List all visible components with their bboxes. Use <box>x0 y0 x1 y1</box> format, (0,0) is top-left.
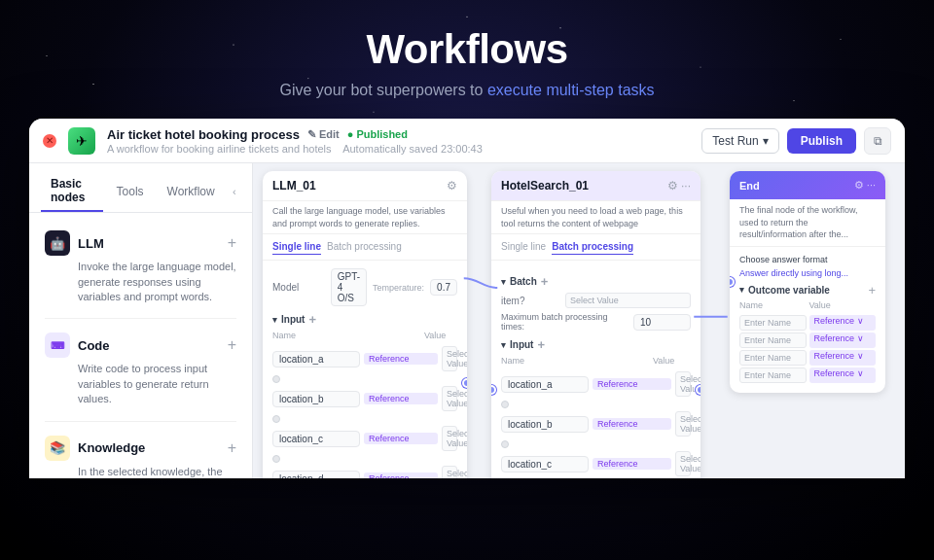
llm-input-row-d: location_d Reference Select Value <box>272 466 457 478</box>
hotel-output-port <box>696 385 700 395</box>
hotel-node-header: HotelSearch_01 ⚙ ··· <box>491 171 700 201</box>
hotel-input-row-c: location_c Reference Select Value <box>501 451 691 478</box>
dot-icon: ● <box>347 128 354 140</box>
llm-add-icon[interactable]: + <box>228 235 236 251</box>
llm-tab-batch[interactable]: Batch processing <box>327 239 402 255</box>
llm-desc: Invoke the large language model, generat… <box>45 260 236 304</box>
end-name1[interactable]: Enter Name <box>739 315 807 331</box>
app-icon: ✈ <box>68 127 95 155</box>
row-c-name: location_c <box>272 431 360 447</box>
row-b-value[interactable]: Select Value <box>442 386 457 411</box>
hotel-input-row-a: location_a Reference Select Value <box>501 371 691 408</box>
hotel-input-row-b: location_b Reference Select Value <box>501 411 691 448</box>
hotel-node-gear-icon[interactable]: ⚙ ··· <box>667 179 691 192</box>
llm-input-add[interactable]: + <box>308 312 316 327</box>
sidebar-item-knowledge[interactable]: 📚 Knowledge + In the selected knowledge,… <box>37 426 244 479</box>
sidebar-item-code[interactable]: ⌨ Code + Write code to process input var… <box>37 323 244 416</box>
workflow-canvas: LLM_01 ⚙ Call the large language model, … <box>253 163 905 478</box>
published-badge: ● Published <box>347 128 408 140</box>
llm-node-title: LLM_01 <box>272 179 316 192</box>
llm-input-header: Name Value <box>272 331 457 343</box>
hotel-node-content: Batch + item? Select Value Maximum batch… <box>491 261 700 478</box>
row-c-type: Reference <box>364 433 438 444</box>
end-node: End ⚙ ··· The final node of the workflow… <box>730 171 885 393</box>
llm-label: LLM <box>78 236 220 251</box>
end-outcome-add[interactable]: + <box>868 283 876 298</box>
end-format-value[interactable]: Answer directly using long... <box>739 268 876 278</box>
hotel-row-c-value[interactable]: Select Value <box>675 451 691 476</box>
hotel-batch-add[interactable]: + <box>541 274 549 289</box>
llm-node: LLM_01 ⚙ Call the large language model, … <box>263 171 467 478</box>
title-subtitle: A workflow for booking airline tickets a… <box>107 143 690 155</box>
hotel-row-a-value[interactable]: Select Value <box>675 371 691 397</box>
sidebar-item-code-header: ⌨ Code + <box>45 332 236 358</box>
llm-input-row-a: location_a Reference Select Value <box>272 346 457 383</box>
end-row3: Enter Name Reference ∨ <box>739 350 876 366</box>
edit-button[interactable]: ✎ Edit <box>307 128 340 141</box>
hero-section: Workflows Give your bot superpowers to e… <box>0 0 934 119</box>
sidebar: Basic nodes Tools Workflow ‹ 🤖 LLM + Inv… <box>29 163 253 478</box>
hotel-row-b-value[interactable]: Select Value <box>675 411 691 437</box>
tab-tools[interactable]: Tools <box>107 179 154 204</box>
code-add-icon[interactable]: + <box>228 337 236 353</box>
row-a-dot <box>272 375 280 383</box>
title-name-row: Air ticket hotel booking process ✎ Edit … <box>107 127 690 142</box>
app-window: ✕ ✈ Air ticket hotel booking process ✎ E… <box>29 119 905 478</box>
llm-input-row-c: location_c Reference Select Value <box>272 426 457 463</box>
tab-basic-nodes[interactable]: Basic nodes <box>41 171 103 212</box>
hotel-batch-row2: Maximum batch processing times: 10 <box>501 312 691 332</box>
llm-node-tabs: Single line Batch processing <box>263 234 467 261</box>
end-node-content: Choose answer format Answer directly usi… <box>730 247 885 393</box>
end-val3: Reference ∨ <box>809 350 877 366</box>
llm-model-row: Model GPT-4 O/S Temperature: 0.7 <box>272 268 457 306</box>
divider-1 <box>45 318 236 319</box>
sidebar-item-llm[interactable]: 🤖 LLM + Invoke the large language model,… <box>37 221 244 314</box>
type-col <box>353 331 421 340</box>
end-node-title: End <box>739 180 760 192</box>
knowledge-add-icon[interactable]: + <box>228 440 236 456</box>
end-node-desc: The final node of the workflow, used to … <box>730 199 885 247</box>
hotel-tab-single[interactable]: Single line <box>501 239 546 255</box>
llm-node-gear-icon[interactable]: ⚙ <box>447 179 457 192</box>
llm-temp-value[interactable]: 0.7 <box>430 279 457 296</box>
end-val2: Reference ∨ <box>809 332 877 348</box>
end-node-gear-icon[interactable]: ⚙ ··· <box>854 179 876 192</box>
sidebar-collapse-button[interactable]: ‹ <box>229 182 240 201</box>
end-format-label: Choose answer format <box>739 255 876 264</box>
llm-model-value[interactable]: GPT-4 O/S <box>331 268 367 306</box>
knowledge-desc: In the selected knowledge, the best matc… <box>45 465 236 479</box>
hotel-tab-batch[interactable]: Batch processing <box>552 239 633 255</box>
name-col: Name <box>272 331 350 340</box>
publish-button[interactable]: Publish <box>787 128 856 154</box>
end-name3[interactable]: Enter Name <box>739 350 807 366</box>
row-b-dot <box>272 415 280 423</box>
row-c-value[interactable]: Select Value <box>442 426 457 451</box>
hotel-batch-max[interactable]: 10 <box>633 314 691 331</box>
code-label: Code <box>78 338 220 353</box>
end-name2[interactable]: Enter Name <box>739 332 807 348</box>
close-button[interactable]: ✕ <box>43 134 56 148</box>
hotel-input-add[interactable]: + <box>537 337 545 352</box>
llm-tab-single[interactable]: Single line <box>272 239 321 255</box>
end-val4: Reference ∨ <box>809 368 877 383</box>
row-b-name: location_b <box>272 391 360 407</box>
tab-workflow[interactable]: Workflow <box>158 179 225 204</box>
canvas-area: LLM_01 ⚙ Call the large language model, … <box>253 163 905 478</box>
llm-temp-label: Temperature: <box>373 283 424 293</box>
row-d-value[interactable]: Select Value <box>442 466 457 478</box>
end-node-header: End ⚙ ··· <box>730 171 885 199</box>
hotel-node-title: HotelSearch_01 <box>501 179 589 192</box>
end-format-row: Choose answer format <box>739 255 876 264</box>
hotel-batch-item[interactable]: Select Value <box>565 293 691 308</box>
divider-2 <box>45 421 236 422</box>
title-actions: Test Run ▾ Publish ⧉ <box>701 127 891 155</box>
row-b-type: Reference <box>364 393 438 404</box>
copy-button[interactable]: ⧉ <box>864 127 891 155</box>
end-name4[interactable]: Enter Name <box>739 368 807 383</box>
test-run-button[interactable]: Test Run ▾ <box>701 128 778 154</box>
hotel-node: HotelSearch_01 ⚙ ··· Useful when you nee… <box>491 171 700 478</box>
llm-node-desc: Call the large language model, use varia… <box>263 201 467 234</box>
row-a-value[interactable]: Select Value <box>442 346 457 371</box>
hotel-input-header: Name Value <box>501 356 691 368</box>
end-outcome-label: Outcome variable <box>739 285 830 296</box>
